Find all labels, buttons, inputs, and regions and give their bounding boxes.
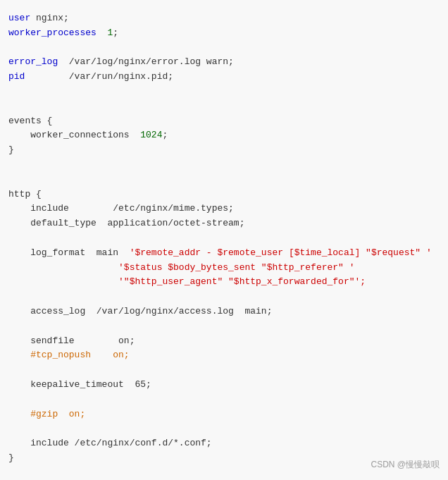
code-token — [8, 276, 118, 287]
code-token: http { — [8, 189, 42, 199]
code-line — [8, 99, 440, 114]
code-line: sendfile on; — [8, 334, 440, 349]
code-token: '$status $body_bytes_sent "$http_referer… — [118, 262, 354, 273]
code-line: #tcp_nopush on; — [8, 348, 440, 363]
code-token: '"$http_user_agent" "$http_x_forwarded_f… — [118, 276, 366, 287]
code-token: keepalive_timeout 65; — [8, 379, 151, 390]
code-line: pid /var/run/nginx.pid; — [8, 70, 440, 85]
code-token: /var/log/nginx/error.log warn; — [58, 56, 234, 67]
code-line: #gzip on; — [8, 407, 440, 422]
code-line: http { — [8, 187, 440, 202]
code-line: log_format main '$remote_addr - $remote_… — [8, 246, 440, 261]
code-token: events { — [8, 116, 52, 126]
code-token — [8, 262, 118, 273]
code-token: nginx; — [30, 13, 69, 23]
code-token: 1024 — [140, 130, 162, 140]
code-token: include /etc/nginx/mime.types; — [8, 203, 234, 214]
code-line: user nginx; — [8, 11, 440, 26]
code-line — [8, 173, 440, 187]
code-line: '"$http_user_agent" "$http_x_forwarded_f… — [8, 275, 440, 290]
code-token: access_log /var/log/nginx/access.log mai… — [8, 306, 272, 316]
code-line: include /etc/nginx/mime.types; — [8, 202, 440, 216]
code-line: error_log /var/log/nginx/error.log warn; — [8, 55, 440, 70]
code-token: sendfile on; — [8, 336, 135, 346]
code-token: } — [8, 144, 14, 155]
code-block: user nginx;worker_processes 1; error_log… — [8, 11, 440, 466]
code-line: worker_processes 1; — [8, 26, 440, 41]
code-token: ; — [113, 27, 118, 38]
code-token: '$remote_addr - $remote_user [$time_loca… — [130, 247, 432, 258]
code-token: default_type application/octet-stream; — [8, 218, 244, 228]
code-token: worker_connections — [8, 130, 140, 140]
code-line — [8, 319, 440, 334]
code-line: worker_connections 1024; — [8, 128, 440, 143]
code-line: include /etc/nginx/conf.d/*.conf; — [8, 436, 440, 451]
code-line — [8, 290, 440, 304]
code-line — [8, 393, 440, 407]
code-token: /var/run/nginx.pid; — [25, 71, 173, 82]
code-token: worker_processes — [8, 27, 97, 38]
code-line: default_type application/octet-stream; — [8, 216, 440, 231]
code-line: keepalive_timeout 65; — [8, 378, 440, 393]
code-line — [8, 85, 440, 99]
code-line: } — [8, 143, 440, 158]
code-token — [97, 27, 108, 38]
code-token: } — [8, 453, 14, 463]
code-token: error_log — [8, 56, 58, 67]
code-token: log_format main — [8, 247, 130, 258]
code-token: #tcp_nopush on; — [8, 350, 130, 360]
code-line: '$status $body_bytes_sent "$http_referer… — [8, 261, 440, 276]
code-line: events { — [8, 114, 440, 129]
code-line — [8, 231, 440, 246]
code-token: include /etc/nginx/conf.d/*.conf; — [8, 438, 212, 448]
watermark: CSDN @慢慢敲呗 — [371, 458, 440, 472]
code-line — [8, 158, 440, 173]
code-line — [8, 363, 440, 378]
code-token: ; — [162, 130, 168, 140]
code-line — [8, 421, 440, 436]
code-line — [8, 41, 440, 56]
code-container: user nginx;worker_processes 1; error_log… — [0, 0, 448, 480]
code-token: #gzip on; — [8, 409, 85, 419]
code-line: access_log /var/log/nginx/access.log mai… — [8, 304, 440, 319]
code-token: pid — [8, 71, 25, 82]
code-token: user — [8, 13, 30, 23]
